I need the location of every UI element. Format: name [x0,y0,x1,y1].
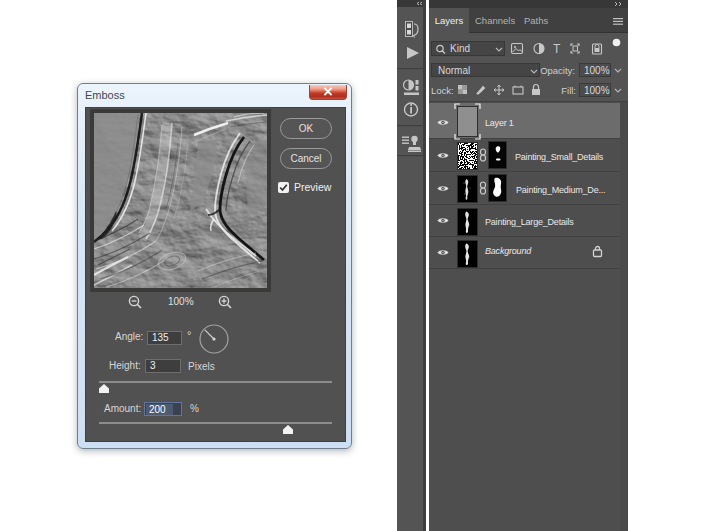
svg-text:T: T [553,42,561,56]
